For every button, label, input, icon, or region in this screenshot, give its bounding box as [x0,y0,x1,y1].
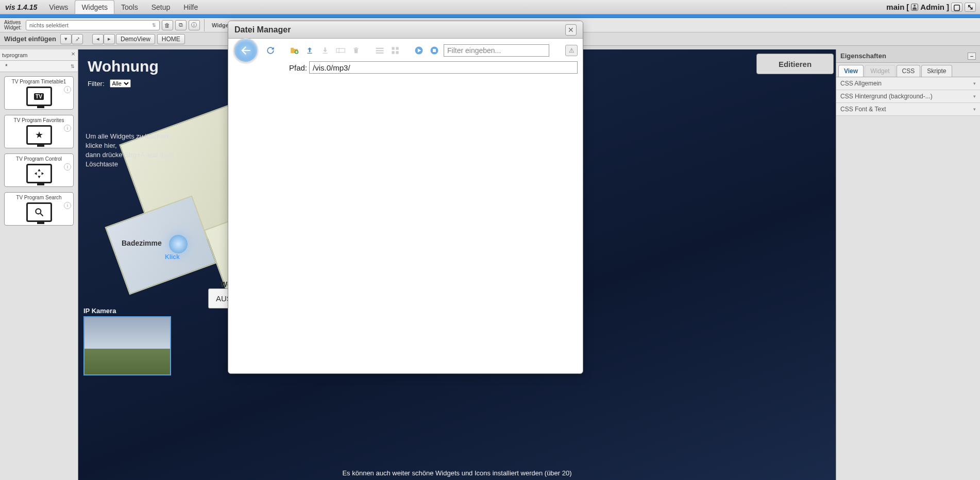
svg-rect-5 [336,48,345,53]
user-name: Admin [920,3,944,11]
palette-category-select[interactable]: * ⇅ [0,61,78,72]
svg-rect-13 [396,51,398,54]
properties-title: Eigenschaften [840,52,886,60]
svg-rect-12 [392,51,394,54]
accordion-css-general[interactable]: CSS Allgemein▾ [836,77,980,90]
top-menubar: vis 1.4.15 Views Widgets Tools Setup Hil… [0,0,980,14]
rename-button [334,44,347,57]
info-icon[interactable]: i [64,202,71,209]
palette-filter-value: tvprogram [2,52,28,58]
tab-scripts[interactable]: Skripte [921,65,952,77]
refresh-button[interactable] [264,44,277,57]
tv-icon: TV [26,87,52,106]
accordion-css-background[interactable]: CSS Hintergrund (background-...)▾ [836,90,980,103]
tab-home[interactable]: HOME [157,34,185,44]
warning-button[interactable]: ⚠ [565,45,578,56]
menu-setup[interactable]: Setup [145,0,177,14]
menu-views[interactable]: Views [42,0,75,14]
tab-view[interactable]: View [838,65,864,77]
info-icon[interactable]: i [64,125,71,132]
collapse-button[interactable]: ▾ [60,34,72,44]
prev-view-button[interactable]: ◂ [92,34,104,44]
widget-label: TV Program Control [16,156,62,162]
close-icon[interactable]: ✕ [565,24,577,36]
widget-list: TV Program Timetable1 i TV TV Program Fa… [0,72,78,480]
delete-widget-button[interactable]: 🗑 [162,20,173,30]
next-view-button[interactable]: ▸ [104,34,115,44]
chevron-icon: ▾ [973,94,976,99]
view-grid-button [389,44,401,57]
dialog-title: Datei Manager [234,25,291,35]
palette-filter[interactable]: tvprogram × [0,49,78,61]
dialog-toolbar: ⚠ [233,42,578,59]
widget-tv-search[interactable]: TV Program Search i [4,192,74,226]
bulb-icon[interactable] [169,235,188,253]
info-icon[interactable]: i [64,86,71,93]
stop-button[interactable] [428,44,441,57]
bracket-close: ] [947,3,949,11]
svg-rect-9 [376,53,384,54]
minimize-button[interactable]: – [968,53,976,60]
dialog-titlebar[interactable]: Datei Manager ✕ [228,21,583,39]
edit-button[interactable]: Editieren [756,54,834,74]
svg-rect-16 [433,49,436,52]
new-folder-button[interactable] [288,44,300,57]
clear-filter-icon[interactable]: × [70,50,77,58]
chevron-updown-icon: ⇅ [152,23,156,28]
view-list-button [374,44,386,57]
menu-tools[interactable]: Tools [114,0,145,14]
tab-css[interactable]: CSS [897,65,921,77]
delete-button [350,44,362,57]
chevron-icon: ▾ [973,81,976,86]
info-widget-button[interactable]: ⓘ [189,20,200,30]
widget-tv-favorites[interactable]: TV Program Favorites i ★ [4,115,74,148]
top-right-status: main [ Admin ] ▢ ⤡ [882,0,980,14]
properties-tabs: View Widget CSS Skripte [836,63,980,77]
bracket-open: [ [906,3,909,11]
hint-text: Um alle Widgets zu löschen: klicke hier,… [86,132,178,169]
download-button [319,44,331,57]
tab-widget: Widget [865,65,895,77]
accordion-css-font[interactable]: CSS Font & Text▾ [836,103,980,116]
tv-star-icon: ★ [26,125,52,145]
blue-ribbon [0,14,980,18]
properties-header: Eigenschaften – [836,49,980,63]
path-row: Pfad: [233,61,578,74]
tv-control-icon [26,164,52,183]
app-title: vis 1.4.15 [0,0,42,14]
svg-rect-11 [396,47,398,49]
widget-tv-timetable[interactable]: TV Program Timetable1 i TV [4,76,74,110]
footer-text: Es können auch weiter schöne Widgets und… [78,469,836,477]
back-button[interactable] [233,38,258,63]
pin-button[interactable] [72,34,83,44]
chevron-down-icon: ⇅ [71,64,75,69]
path-input[interactable] [309,61,578,74]
tv-search-icon [26,202,52,222]
svg-rect-10 [392,47,394,49]
menu-widgets[interactable]: Widgets [75,0,114,14]
info-icon[interactable]: i [64,163,71,170]
user-icon [911,4,918,11]
tab-demoview[interactable]: DemoView [116,34,155,44]
project-name: main [886,3,904,11]
file-manager-dialog: Datei Manager ✕ ⚠ Pfad: [228,21,583,374]
properties-panel: Eigenschaften – View Widget CSS Skripte … [836,49,980,480]
widget-tv-control[interactable]: TV Program Control i [4,153,74,187]
upload-button[interactable] [303,44,316,57]
active-widget-select[interactable]: nichts selektiert ⇅ [26,20,160,30]
copy-widget-button[interactable]: ⧉ [175,20,187,30]
play-button[interactable] [413,44,425,57]
separator [204,19,205,31]
filter-input[interactable] [444,44,549,57]
widget-label: TV Program Favorites [14,117,64,123]
camera-label: IP Kamera [83,307,116,315]
lock-button[interactable]: ▢ [951,3,962,12]
chevron-icon: ▾ [973,107,976,112]
menu-help[interactable]: Hilfe [177,0,205,14]
svg-rect-8 [376,50,384,51]
camera-preview[interactable] [83,316,171,375]
klick-label: Klick [165,253,180,261]
widget-label: TV Program Timetable1 [12,79,66,84]
expand-button[interactable]: ⤡ [965,3,976,12]
svg-point-0 [36,209,41,214]
